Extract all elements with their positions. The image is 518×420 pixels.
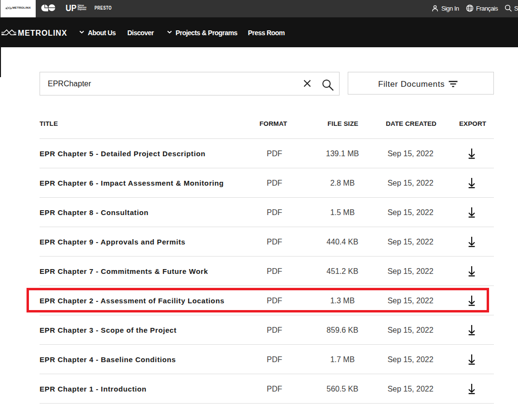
svg-text:METROLINX: METROLINX	[13, 6, 31, 9]
